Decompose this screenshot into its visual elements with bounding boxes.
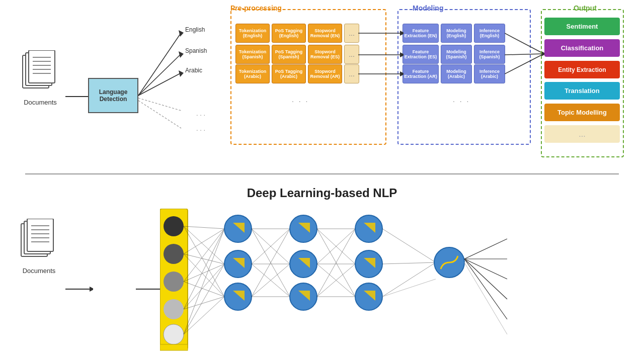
documents-bottom-label: Documents: [20, 267, 58, 275]
infer-ar: Inference(Arabic): [474, 64, 505, 83]
svg-marker-37: [90, 287, 93, 292]
documents-top-label: Documents: [20, 99, 60, 106]
svg-point-65: [224, 283, 252, 310]
svg-point-93: [355, 250, 382, 278]
svg-line-99: [382, 262, 436, 297]
svg-marker-11: [179, 30, 184, 37]
infer-en: Inference(English): [474, 24, 505, 43]
svg-line-53: [184, 264, 224, 282]
svg-point-43: [164, 272, 184, 292]
stop-es: StopwordRemoval (ES): [308, 45, 342, 64]
svg-line-104: [464, 259, 507, 279]
tok-es: Tokenization(Spanish): [235, 45, 270, 64]
svg-line-10: [138, 33, 181, 96]
deep-learning-title: Deep Learning-based NLP: [0, 178, 644, 200]
svg-line-49: [184, 229, 224, 254]
svg-line-98: [382, 262, 436, 264]
svg-line-54: [184, 282, 224, 297]
svg-point-61: [224, 215, 252, 242]
dots-en: ...: [344, 24, 359, 43]
out-translation-top: Translation: [544, 82, 620, 100]
neural-network: [160, 209, 532, 352]
svg-line-14: [138, 73, 181, 96]
svg-point-91: [355, 215, 382, 242]
svg-line-57: [184, 297, 224, 309]
svg-point-95: [355, 283, 382, 310]
out-classification-top: Classification: [544, 39, 620, 57]
svg-line-105: [464, 259, 507, 299]
feat-en: FeatureExtraction (EN): [403, 24, 439, 43]
pos-ar: PoS Tagging(Arabic): [272, 64, 306, 83]
modeling-center-dots: . . .: [453, 96, 470, 104]
tok-en: Tokenization(English): [235, 24, 270, 43]
svg-line-51: [184, 254, 224, 297]
feat-ar: FeatureExtraction (AR): [403, 64, 439, 83]
svg-line-106: [464, 259, 507, 319]
svg-line-107: [464, 262, 507, 334]
svg-line-100: [382, 279, 436, 297]
svg-rect-2: [29, 50, 55, 83]
model-es: Modeling(Spanish): [441, 45, 472, 64]
svg-point-44: [164, 299, 184, 319]
svg-line-17: [138, 101, 181, 128]
lang-arabic-label: Arabic: [185, 67, 202, 74]
tok-ar: Tokenization(Arabic): [235, 64, 270, 83]
stop-en: StopwordRemoval (EN): [308, 24, 342, 43]
feat-es: FeatureExtraction (ES): [403, 45, 439, 64]
bottom-section: Deep Learning-based NLP Documents Prepro…: [0, 178, 644, 362]
language-detection-box: Language Detection: [88, 78, 138, 113]
svg-point-80: [290, 283, 317, 310]
svg-line-16: [138, 98, 181, 111]
dots-row1: . . .: [196, 110, 205, 117]
arrow-preproc-to-nn: [136, 284, 161, 294]
model-en: Modeling(English): [441, 24, 472, 43]
out-sentiment-top: Sentiment: [544, 18, 620, 35]
stop-ar: StopwordRemoval (AR): [308, 64, 342, 83]
svg-line-12: [138, 54, 181, 96]
preprocessing-center-dots: . . .: [292, 96, 309, 104]
infer-es: Inference(Spanish): [474, 45, 505, 64]
dots-ar: ...: [344, 64, 359, 83]
pos-es: PoS Tagging(Spanish): [272, 45, 306, 64]
svg-rect-30: [27, 219, 53, 251]
svg-marker-15: [179, 70, 184, 77]
out-entity-top: Entity Extraction: [544, 61, 620, 78]
svg-line-46: [184, 226, 224, 229]
svg-point-41: [164, 216, 184, 236]
section-divider: [25, 173, 619, 174]
svg-line-102: [464, 239, 507, 259]
svg-line-55: [184, 229, 224, 309]
svg-point-45: [164, 324, 184, 344]
lang-spanish-label: Spanish: [185, 47, 207, 54]
svg-rect-108: [160, 344, 188, 350]
svg-point-76: [290, 215, 317, 242]
pos-en: PoS Tagging(English): [272, 24, 306, 43]
documents-top: Documents: [20, 50, 60, 106]
svg-line-59: [184, 264, 224, 334]
out-dots-top: ...: [544, 125, 620, 143]
svg-line-97: [382, 229, 436, 262]
top-section: Documents Language Detection English Spa…: [0, 0, 644, 171]
lang-english-label: English: [185, 26, 205, 33]
svg-point-78: [290, 250, 317, 278]
svg-marker-13: [179, 51, 184, 58]
model-ar: Modeling(Arabic): [441, 64, 472, 83]
arrow-docs-to-preproc: [65, 284, 93, 294]
svg-point-42: [164, 244, 184, 264]
dots-row2: . . .: [196, 125, 205, 132]
documents-bottom: Documents: [20, 219, 58, 275]
svg-line-58: [184, 229, 224, 334]
svg-point-63: [224, 250, 252, 278]
out-topic-top: Topic Modelling: [544, 104, 620, 121]
dots-es: ...: [344, 45, 359, 64]
